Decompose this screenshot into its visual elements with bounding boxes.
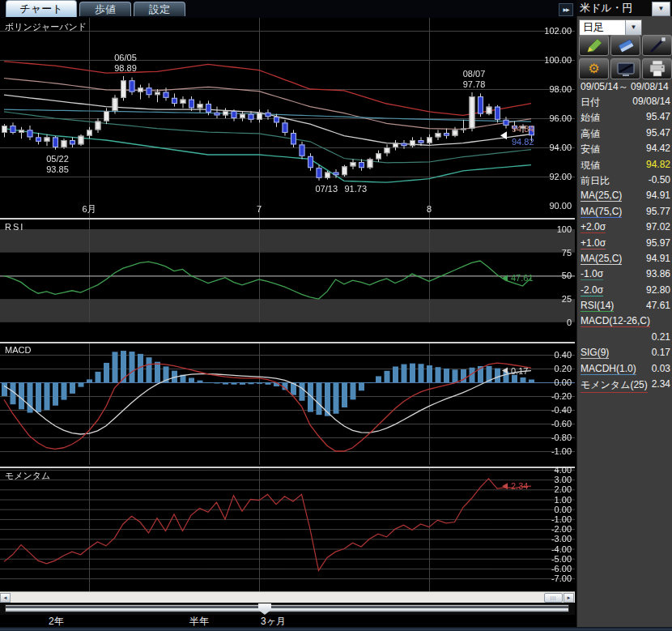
chart-canvas[interactable] — [0, 18, 575, 591]
printer-icon — [648, 60, 667, 78]
indicator-label[interactable]: MACDH(1.0) — [581, 363, 636, 375]
indicator-label[interactable]: MA(25,C) — [581, 253, 622, 265]
indicator-label: 始値 — [581, 111, 600, 125]
eraser-icon — [616, 36, 636, 54]
eraser-tool-button[interactable] — [610, 35, 640, 56]
indicator-value: 2.34 — [652, 378, 670, 390]
indicator-label[interactable]: +1.0σ — [581, 237, 606, 249]
tab-prices[interactable]: 歩値 — [79, 2, 131, 16]
indicator-value: 0.21 — [652, 331, 670, 343]
indicator-value: 95.77 — [646, 206, 670, 217]
indicator-row: 安値94.42 — [577, 142, 672, 157]
indicator-value: 93.86 — [646, 268, 670, 279]
chevron-down-icon[interactable]: ▼ — [652, 2, 670, 16]
tab-bar: チャート 歩値 設定 ▶▶ — [0, 0, 576, 18]
indicator-label: 安値 — [581, 143, 600, 156]
indicator-row: SIG(9)0.17 — [577, 346, 672, 361]
scrollbar-thumb[interactable]: ||| — [544, 593, 563, 603]
slider-handle[interactable] — [258, 603, 271, 615]
currency-selector[interactable]: 米ドル・円 ▼ — [576, 0, 672, 16]
indicator-label: 前日比 — [581, 174, 610, 188]
indicator-row: 始値95.47 — [577, 110, 672, 126]
indicator-value: 94.91 — [646, 253, 670, 264]
scroll-right-icon[interactable]: ► — [564, 593, 574, 603]
indicator-label[interactable]: MACD(12-26,C) — [581, 315, 650, 327]
indicator-row: MACD(12-26,C) — [577, 314, 672, 330]
time-range-slider[interactable] — [0, 603, 575, 615]
indicator-row: 前日比-0.50 — [577, 173, 672, 189]
horizontal-scrollbar[interactable]: ◄ ||| ► — [0, 591, 575, 603]
indicator-row: 高値95.47 — [577, 126, 672, 142]
tab-overflow-button[interactable]: ▶▶ — [559, 3, 573, 16]
pencil-tool-button[interactable] — [579, 35, 609, 56]
indicator-row: RSI(14)47.61 — [577, 299, 672, 314]
date-range-label: 09/05/14～ 09/08/14 — [581, 80, 669, 94]
panel-title-macd: MACD — [5, 345, 31, 355]
trading-app-window: チャート 歩値 設定 ▶▶ 米ドル・円 ▼ ボリンジャーバンド RSI MACD… — [0, 0, 672, 631]
indicator-row: モメンタム(25)2.34 — [577, 377, 672, 393]
range-label-2years[interactable]: 2年 — [49, 615, 64, 628]
indicator-label[interactable]: SIG(9) — [581, 347, 609, 359]
chart-view-button[interactable] — [610, 58, 640, 79]
indicator-label: 現値 — [581, 159, 600, 173]
indicator-row: 0.21 — [577, 330, 672, 346]
chart-area: ボリンジャーバンド RSI MACD モメンタム ◄ ||| ► 2年 半年 3… — [0, 18, 575, 631]
indicator-row: 日付09/08/14 — [577, 95, 672, 110]
right-data-panel: 日足 ▼ ⚙ — [576, 16, 672, 631]
window-bottom-border — [0, 627, 672, 631]
panel-title-momentum: モメンタム — [5, 470, 50, 482]
timeframe-selector[interactable]: 日足 ▼ — [579, 19, 642, 36]
tab-settings[interactable]: 設定 — [134, 2, 185, 16]
indicator-value: 47.61 — [646, 300, 670, 311]
slider-track[interactable] — [5, 604, 569, 612]
indicator-row: MACDH(1.0)0.03 — [577, 362, 672, 377]
scroll-left-icon[interactable]: ◄ — [0, 593, 11, 603]
indicator-label[interactable]: MA(25,C) — [581, 190, 622, 202]
trendline-icon — [648, 36, 667, 54]
indicator-value: 94.82 — [646, 159, 670, 170]
chevron-down-icon[interactable]: ▼ — [625, 20, 641, 35]
tab-chart[interactable]: チャート — [6, 0, 77, 17]
indicator-row: -2.0σ92.80 — [577, 284, 672, 299]
indicator-value: 97.02 — [646, 221, 670, 232]
indicator-row: 現値94.82 — [577, 158, 672, 173]
indicator-row: +1.0σ95.97 — [577, 237, 672, 252]
range-label-halfyear[interactable]: 半年 — [189, 615, 209, 628]
indicator-value: 92.80 — [646, 284, 670, 296]
indicator-value: 09/08/14 — [632, 96, 670, 107]
indicator-row: +2.0σ97.02 — [577, 220, 672, 236]
indicator-row: MA(25,C)94.91 — [577, 252, 672, 267]
indicator-value: -0.50 — [649, 174, 670, 185]
indicator-label[interactable]: +2.0σ — [581, 221, 606, 233]
print-button[interactable] — [642, 58, 672, 79]
indicator-label: 高値 — [581, 127, 600, 141]
range-label-3months[interactable]: 3ヶ月 — [261, 615, 286, 628]
indicator-value: 0.17 — [652, 347, 670, 358]
indicator-value: 95.47 — [646, 111, 670, 122]
indicator-value: 95.97 — [646, 237, 670, 249]
indicator-row: MA(75,C)95.77 — [577, 205, 672, 220]
pencil-icon — [585, 36, 604, 54]
gear-icon: ⚙ — [580, 59, 608, 78]
indicator-value: 94.91 — [646, 190, 670, 201]
range-preset-labels: 2年 半年 3ヶ月 — [0, 615, 575, 628]
indicator-label[interactable]: RSI(14) — [581, 300, 614, 312]
currency-label: 米ドル・円 — [580, 0, 633, 16]
indicator-value-list: 日付09/08/14始値95.47高値95.47安値94.42現値94.82前日… — [577, 95, 672, 393]
trendline-tool-button[interactable] — [642, 35, 672, 56]
indicator-label[interactable]: MA(75,C) — [581, 206, 622, 218]
indicator-label[interactable]: -2.0σ — [581, 284, 603, 296]
indicator-row: MA(25,C)94.91 — [577, 189, 672, 204]
indicator-label[interactable]: モメンタム(25) — [581, 378, 648, 393]
indicator-value: 95.47 — [646, 127, 670, 139]
chart-view-icon — [616, 60, 636, 78]
settings-tool-button[interactable]: ⚙ — [579, 58, 609, 79]
indicator-label[interactable]: -1.0σ — [581, 268, 603, 280]
indicator-value: 0.03 — [652, 363, 670, 374]
timeframe-label: 日足 — [583, 20, 604, 35]
indicator-label: 日付 — [581, 96, 600, 109]
indicator-value: 94.42 — [646, 143, 670, 154]
indicator-row: -1.0σ93.86 — [577, 267, 672, 283]
panel-title-rsi: RSI — [5, 222, 24, 232]
panel-title-bollinger: ボリンジャーバンド — [5, 21, 87, 33]
